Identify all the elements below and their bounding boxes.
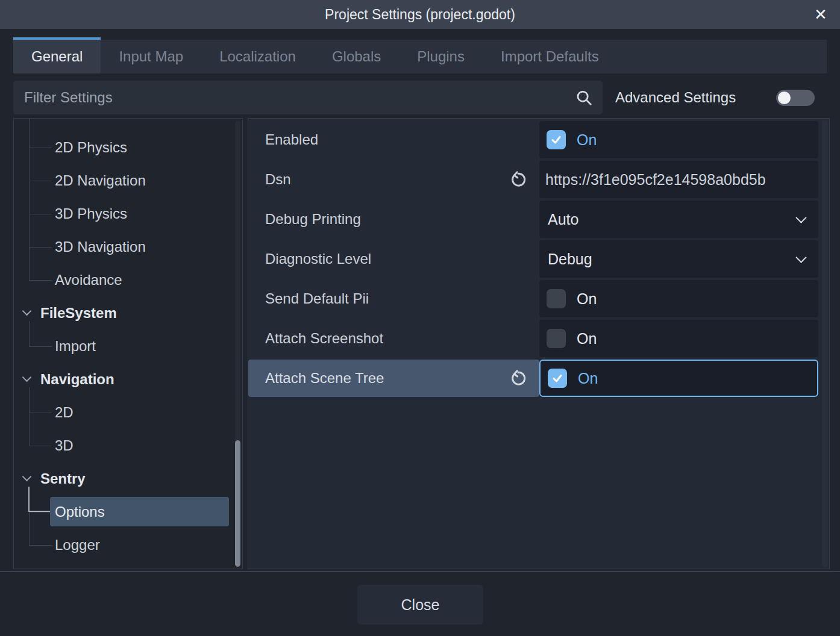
checkbox-unchecked-icon[interactable] [547,329,566,348]
setting-row-attach-scene-tree: Attach Scene Tree On [248,358,829,398]
tree-item-2d[interactable]: 2D [14,396,242,429]
checkbox-state-label: On [577,330,597,348]
tab-strip: General Input Map Localization Globals P… [13,40,827,73]
settings-scrollbar-track[interactable] [822,120,828,567]
checkbox-unchecked-icon[interactable] [547,289,566,308]
setting-row-enabled: Enabled On [248,120,829,160]
tree-item-import[interactable]: Import [14,329,242,363]
setting-row-send-default-pii: Send Default Pii On [248,279,829,319]
dsn-text-field[interactable]: https://3f1e095cf2e14598a0bd5b [539,161,818,198]
advanced-settings-label: Advanced Settings [615,81,736,114]
tab-input-map[interactable]: Input Map [101,40,201,73]
tab-globals[interactable]: Globals [314,40,399,73]
setting-value-enabled: On [539,121,818,158]
setting-label: Dsn [248,171,291,188]
tree-item-2d-navigation[interactable]: 2D Navigation [14,164,242,197]
checkbox-state-label: On [577,290,597,308]
dropdown-value: Debug [539,251,797,268]
tree-item-3d[interactable]: 3D [14,429,242,462]
checkbox-state-label: On [577,131,597,149]
divider [0,571,840,572]
dropdown-value: Auto [539,211,797,228]
revert-icon[interactable] [508,368,528,388]
chevron-down-icon [795,212,806,223]
tree-item-options[interactable]: Options [14,495,242,528]
setting-row-dsn: Dsn https://3f1e095cf2e14598a0bd5b [248,160,829,199]
tree-item-sentry[interactable]: Sentry [14,462,242,495]
settings-tree: 2D Physics 2D Navigation 3D Physics 3D N… [14,119,242,569]
close-button[interactable]: Close [357,585,483,625]
search-icon [575,89,593,107]
tab-general[interactable]: General [13,40,101,73]
title-bar: Project Settings (project.godot) ✕ [0,0,840,29]
diagnostic-level-dropdown[interactable]: Debug [539,240,818,278]
tab-plugins[interactable]: Plugins [399,40,483,73]
setting-value-attach-scene-tree: On [539,360,818,397]
settings-detail-panel: Enabled On Dsn https://3f1e095cf2e1 [248,118,830,569]
checkbox-checked-icon[interactable] [547,130,566,149]
dsn-value: https://3f1e095cf2e14598a0bd5b [539,171,818,189]
chevron-down-icon [795,252,806,263]
settings-rows: Enabled On Dsn https://3f1e095cf2e1 [248,119,829,569]
setting-label: Enabled [248,131,318,148]
window-title: Project Settings (project.godot) [325,7,515,23]
tree-item-3d-physics[interactable]: 3D Physics [14,197,242,230]
tree-item-navigation[interactable]: Navigation [14,363,242,396]
window-close-button[interactable]: ✕ [810,4,832,25]
chevron-down-icon[interactable] [22,372,32,382]
filter-settings-input[interactable]: Filter Settings [13,81,603,114]
toggle-knob [778,92,791,104]
tree-item-logger[interactable]: Logger [14,528,242,561]
tab-import-defaults[interactable]: Import Defaults [483,40,617,73]
setting-label: Send Default Pii [248,290,369,307]
chevron-down-icon[interactable] [22,472,32,481]
filter-placeholder: Filter Settings [13,89,575,106]
tree-item-filesystem[interactable]: FileSystem [14,296,242,329]
setting-row-diagnostic-level: Diagnostic Level Debug [248,239,829,279]
debug-printing-dropdown[interactable]: Auto [539,201,818,238]
tree-item-avoidance[interactable]: Avoidance [14,263,242,296]
setting-label: Attach Screenshot [248,330,383,347]
chevron-down-icon[interactable] [22,306,32,316]
checkbox-checked-icon[interactable] [548,369,567,388]
checkbox-state-label: On [578,370,598,387]
setting-row-debug-printing: Debug Printing Auto [248,199,829,239]
setting-value-send-default-pii: On [539,280,818,317]
tab-localization[interactable]: Localization [201,40,314,73]
setting-value-attach-screenshot: On [539,320,818,357]
setting-label: Diagnostic Level [248,251,371,267]
setting-label: Attach Scene Tree [248,370,384,387]
setting-row-attach-screenshot: Attach Screenshot On [248,319,829,358]
setting-label: Debug Printing [248,211,361,228]
settings-tree-panel: 2D Physics 2D Navigation 3D Physics 3D N… [13,118,243,569]
tree-item-2d-physics[interactable]: 2D Physics [14,131,242,164]
tree-item-3d-navigation[interactable]: 3D Navigation [14,230,242,263]
advanced-settings-toggle[interactable] [776,90,815,106]
tree-scrollbar-thumb[interactable] [235,440,240,567]
revert-icon[interactable] [508,169,528,190]
